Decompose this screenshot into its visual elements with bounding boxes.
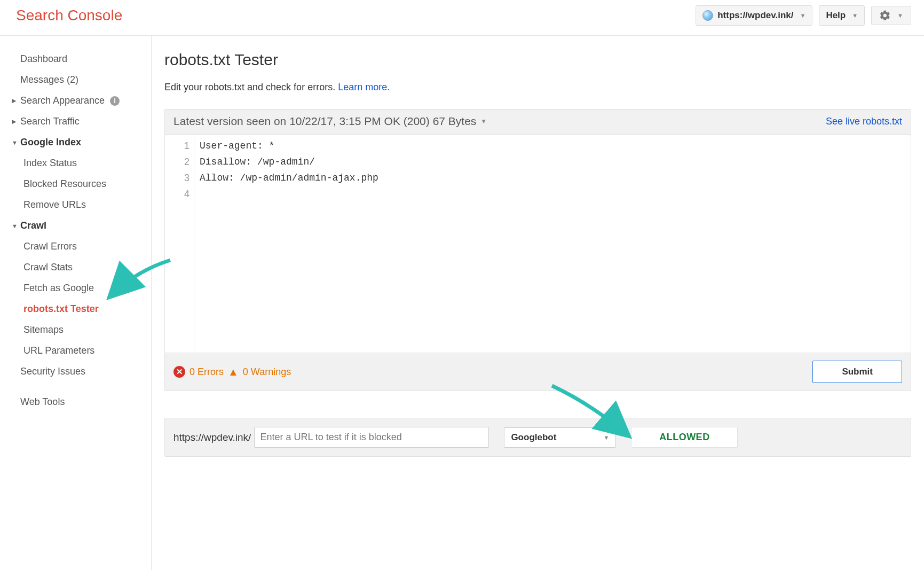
sidebar-item-label: Search Traffic [20,116,80,127]
sidebar-item-label: Fetch as Google [23,283,94,294]
sidebar-item-label: Remove URLs [23,199,86,210]
sidebar-item-index-status[interactable]: Index Status [4,153,151,174]
chevron-down-icon: ▼ [800,12,805,19]
sidebar-item-crawl[interactable]: Crawl [4,215,151,236]
sidebar-item-fetch-as-google[interactable]: Fetch as Google [4,278,151,299]
code-line: Allow: /wp-admin/admin-ajax.php [200,170,378,186]
property-selector-label: https://wpdev.ink/ [717,10,793,21]
code-line: Disallow: /wp-admin/ [200,154,378,170]
sidebar-item-web-tools[interactable]: Web Tools [4,392,151,412]
triangle-right-icon [12,118,17,125]
test-result: ALLOWED [631,427,738,448]
code-area[interactable]: User-agent: *Disallow: /wp-admin/Allow: … [194,135,384,353]
sidebar-item-label: Index Status [23,158,77,169]
sidebar-item-label: Security Issues [20,366,85,377]
sidebar-item-label: Crawl Errors [23,241,77,252]
url-prefix: https://wpdev.ink/ [173,432,252,443]
property-selector[interactable]: https://wpdev.ink/ ▼ [696,5,812,26]
result-label: ALLOWED [659,432,709,442]
triangle-down-icon [12,223,17,229]
sidebar-item-robots-tester[interactable]: robots.txt Tester [4,299,151,319]
page-title: robots.txt Tester [164,51,911,69]
sidebar-item-label: robots.txt Tester [23,303,99,315]
sidebar-item-label: Search Appearance [20,95,105,106]
sidebar-item-label: Crawl [20,220,46,231]
sidebar-item-url-parameters[interactable]: URL Parameters [4,340,151,361]
errors-count: 0 Errors [189,366,224,378]
sidebar-item-dashboard[interactable]: Dashboard [4,49,151,69]
sidebar-item-search-traffic[interactable]: Search Traffic [4,111,151,132]
sidebar-item-label: Dashboard [20,53,67,65]
robots-panel: Latest version seen on 10/22/17, 3:15 PM… [164,109,911,391]
error-icon: ✕ [173,366,185,378]
sidebar-item-google-index[interactable]: Google Index [4,132,151,153]
help-button[interactable]: Help ▼ [819,5,865,26]
triangle-down-icon [12,139,17,146]
submit-button[interactable]: Submit [812,361,902,383]
code-line: User-agent: * [200,138,378,154]
chevron-down-icon: ▼ [897,12,903,19]
version-label: Latest version seen on 10/22/17, 3:15 PM… [173,115,476,128]
line-gutter: 1234 [165,135,194,353]
main-content: robots.txt Tester Edit your robots.txt a… [152,36,924,570]
chevron-down-icon: ▼ [604,434,610,441]
sidebar-item-security-issues[interactable]: Security Issues [4,361,151,382]
sidebar-item-label: Google Index [20,137,81,148]
sidebar-item-crawl-stats[interactable]: Crawl Stats [4,257,151,278]
robots-editor[interactable]: 1234 User-agent: *Disallow: /wp-admin/Al… [165,134,911,353]
app-logo[interactable]: Search Console [16,7,122,24]
warning-icon: ▲ [228,366,239,378]
status-summary: ✕ 0 Errors ▲ 0 Warnings [173,366,291,378]
sidebar-item-search-appearance[interactable]: Search Appearancei [4,90,151,111]
bot-select[interactable]: Googlebot ▼ [504,427,616,448]
sidebar: Dashboard Messages (2) Search Appearance… [0,36,152,570]
sidebar-item-label: Messages (2) [20,74,78,85]
gear-icon [879,10,891,21]
page-subtitle: Edit your robots.txt and check for error… [164,82,911,93]
chevron-down-icon: ▼ [480,118,487,125]
globe-icon [702,10,713,21]
sidebar-item-sitemaps[interactable]: Sitemaps [4,319,151,340]
subtitle-text: Edit your robots.txt and check for error… [164,82,338,92]
sidebar-item-blocked-resources[interactable]: Blocked Resources [4,174,151,194]
test-row: https://wpdev.ink/ Googlebot ▼ ALLOWED [164,418,911,457]
see-live-link[interactable]: See live robots.txt [826,116,902,127]
sidebar-item-label: Crawl Stats [23,262,73,273]
sidebar-item-label: URL Parameters [23,345,94,356]
sidebar-item-label: Blocked Resources [23,178,106,190]
version-dropdown[interactable]: Latest version seen on 10/22/17, 3:15 PM… [173,115,487,128]
triangle-right-icon [12,97,17,104]
help-button-label: Help [826,10,846,21]
url-input[interactable] [254,427,489,448]
warnings-count: 0 Warnings [243,366,291,378]
sidebar-item-messages[interactable]: Messages (2) [4,69,151,90]
learn-more-link[interactable]: Learn more. [338,82,390,92]
settings-button[interactable]: ▼ [871,6,911,25]
sidebar-item-remove-urls[interactable]: Remove URLs [4,194,151,215]
sidebar-item-crawl-errors[interactable]: Crawl Errors [4,236,151,257]
top-bar: Search Console https://wpdev.ink/ ▼ Help… [0,0,924,36]
sidebar-item-label: Web Tools [20,396,65,408]
sidebar-item-label: Sitemaps [23,324,64,336]
chevron-down-icon: ▼ [852,12,858,19]
info-icon: i [110,96,120,106]
bot-select-label: Googlebot [511,432,556,443]
